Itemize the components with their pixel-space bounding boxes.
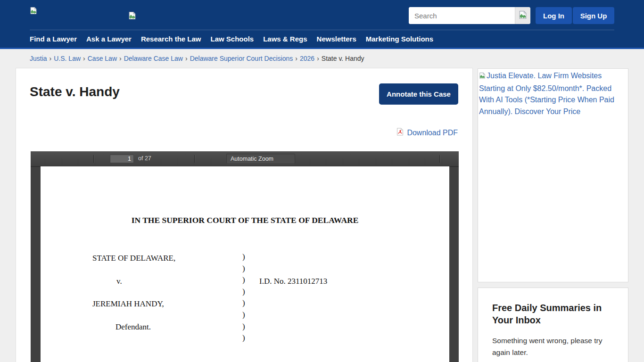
pdf-file-icon [396, 128, 404, 138]
download-pdf-link[interactable]: Download PDF [407, 129, 458, 137]
caption-paren: ) [242, 297, 245, 309]
caption-paren: ) [242, 286, 245, 298]
breadcrumb-delaware-case-law[interactable]: Delaware Case Law [124, 55, 183, 62]
justia-elevate-ad-link[interactable]: Justia Elevate. Law Firm Websites Starti… [479, 70, 627, 117]
search-input[interactable] [409, 7, 515, 24]
pdf-page-1: IN THE SUPERIOR COURT OF THE STATE OF DE… [41, 166, 449, 362]
login-button[interactable]: Log In [536, 7, 572, 24]
caption-paren: ) [242, 263, 245, 275]
pdf-viewer: of 27 Automatic Zoom IN THE SUPERIOR COU… [31, 151, 459, 362]
pdf-zoom-select[interactable]: Automatic Zoom [226, 154, 295, 164]
pdf-toolbar: of 27 Automatic Zoom [31, 151, 459, 166]
header-accent-bar [0, 48, 644, 49]
broken-logo-image-icon-2[interactable] [128, 11, 136, 22]
caption-paren: ) [242, 251, 245, 263]
document-defendant-label: Defendant. [116, 322, 151, 332]
caption-paren: ) [242, 274, 245, 286]
caption-paren-column: ) ) ) ) ) ) ) ) [242, 251, 245, 344]
document-defendant-name: JEREMIAH HANDY, [92, 299, 164, 309]
nav-marketing-solutions[interactable]: Marketing Solutions [366, 35, 433, 43]
nav-ask-a-lawyer[interactable]: Ask a Lawyer [86, 35, 132, 43]
annotate-case-button[interactable]: Annotate this Case [379, 83, 458, 105]
toolbar-divider [194, 155, 195, 163]
nav-find-a-lawyer[interactable]: Find a Lawyer [30, 35, 77, 43]
search-bar [409, 7, 530, 24]
ad-alt-text: Justia Elevate. Law Firm Websites Starti… [479, 72, 614, 115]
newsletter-error-message: Something went wrong, please try again l… [492, 335, 614, 358]
breadcrumb-separator: › [50, 55, 52, 62]
court-document: IN THE SUPERIOR COURT OF THE STATE OF DE… [41, 166, 449, 362]
document-versus: v. [116, 277, 122, 286]
document-court-heading: IN THE SUPERIOR COURT OF THE STATE OF DE… [41, 215, 449, 225]
nav-law-schools[interactable]: Law Schools [210, 35, 254, 43]
newsletter-signup-box: Free Daily Summaries in Your Inbox Somet… [478, 288, 628, 362]
toolbar-divider [439, 155, 440, 163]
download-pdf-row: Download PDF [396, 128, 458, 138]
nav-research-the-law[interactable]: Research the Law [141, 35, 201, 43]
caption-paren: ) [242, 332, 245, 344]
pdf-page-count-label: of 27 [138, 151, 151, 166]
page: Log In Sign Up Find a Lawyer Ask a Lawye… [0, 0, 644, 362]
pdf-page-number-input[interactable] [110, 154, 134, 163]
nav-newsletters[interactable]: Newsletters [317, 35, 356, 43]
nav-laws-regs[interactable]: Laws & Regs [263, 35, 307, 43]
breadcrumb-justia[interactable]: Justia [30, 55, 47, 62]
breadcrumb-case-law[interactable]: Case Law [88, 55, 117, 62]
toolbar-divider [93, 155, 94, 163]
page-title: State v. Handy [30, 84, 120, 99]
signup-button[interactable]: Sign Up [573, 7, 614, 24]
sidebar-ad-box: Justia Elevate. Law Firm Websites Starti… [478, 68, 628, 282]
document-case-id: I.D. No. 2311012713 [259, 277, 327, 286]
document-plaintiff: STATE OF DELAWARE, [92, 254, 175, 263]
broken-ad-image-icon [479, 71, 486, 83]
site-header: Log In Sign Up Find a Lawyer Ask a Lawye… [0, 0, 644, 49]
breadcrumb: Justia›U.S. Law›Case Law›Delaware Case L… [30, 55, 364, 62]
breadcrumb-separator: › [119, 55, 122, 62]
case-card: State v. Handy Annotate this Case Downlo… [16, 68, 473, 362]
breadcrumb-separator: › [83, 55, 85, 62]
broken-search-icon [519, 10, 527, 21]
breadcrumb-superior-court-decisions[interactable]: Delaware Superior Court Decisions [190, 55, 293, 62]
caption-paren: ) [242, 309, 245, 321]
search-button[interactable] [515, 7, 530, 24]
breadcrumb-separator: › [295, 55, 297, 62]
newsletter-title: Free Daily Summaries in Your Inbox [492, 302, 614, 326]
main-nav: Find a Lawyer Ask a Lawyer Research the … [30, 30, 614, 48]
breadcrumb-2026[interactable]: 2026 [300, 55, 314, 62]
breadcrumb-separator: › [317, 55, 319, 62]
broken-logo-image-icon[interactable] [30, 7, 37, 16]
breadcrumb-separator: › [185, 55, 188, 62]
breadcrumb-us-law[interactable]: U.S. Law [54, 55, 81, 62]
caption-paren: ) [242, 321, 245, 333]
breadcrumb-current: State v. Handy [322, 55, 364, 62]
